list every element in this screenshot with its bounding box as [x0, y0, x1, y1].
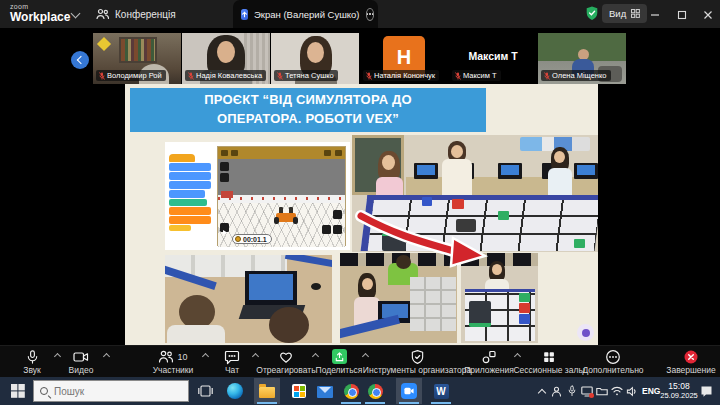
red-arrow-annotation [353, 202, 493, 272]
vex-robot [469, 301, 491, 327]
tab-conference[interactable]: Конференція [96, 8, 176, 20]
toolbar-label: Видео [69, 365, 94, 375]
play-button-icon [220, 223, 229, 232]
laptop [245, 271, 297, 305]
language-code: ENG [642, 386, 660, 396]
taskbar-edge[interactable] [222, 378, 248, 404]
chevron-up-icon [537, 388, 545, 396]
field-wall [218, 195, 345, 203]
tab-screen-share[interactable]: Экран (Валерий Сушко) [233, 0, 378, 28]
shared-screen-slide: ПРОЄКТ “ВІД СИМУЛЯТОРА ДО ОПЕРАТОРА. РОБ… [125, 84, 598, 345]
taskbar-clock[interactable]: 15:08 25.09.2025 [660, 382, 698, 400]
taskbar-file-explorer[interactable] [254, 378, 280, 404]
parts-boxes [410, 277, 456, 331]
apps-icon [481, 349, 497, 365]
microsoft-store-icon [292, 384, 306, 398]
grid-view-icon [631, 9, 640, 18]
slide-title-line1: ПРОЄКТ “ВІД СИМУЛЯТОРА ДО [130, 91, 486, 110]
task-view-button[interactable] [192, 378, 218, 404]
minimize-button[interactable] [648, 8, 661, 21]
participant-name-tag: Максим Т [452, 70, 501, 81]
participant-tile-volodymyr[interactable]: Володимир Рой [93, 33, 181, 84]
floating-reaction-widget[interactable] [577, 324, 594, 341]
wifi-icon [611, 386, 623, 396]
breakout-rooms-icon [542, 350, 556, 364]
tray-microphone[interactable] [564, 377, 579, 405]
muted-mic-icon [455, 72, 461, 80]
folder-icon [596, 386, 608, 396]
microphone-icon [25, 349, 40, 365]
toolbar-audio[interactable]: Звук [8, 348, 56, 377]
tray-volume[interactable] [624, 377, 639, 405]
person-figure [179, 295, 215, 329]
taskbar-zoom[interactable] [396, 378, 422, 404]
search-input[interactable] [54, 386, 164, 397]
mail-icon [317, 386, 333, 398]
toolbar-label: Инструменты организатора [363, 365, 471, 375]
computer-mouse [311, 283, 321, 290]
toolbar-chat[interactable]: Чат [210, 348, 254, 377]
participant-name-tag: Володимир Рой [96, 70, 166, 81]
participant-strip: Володимир Рой Надія Ковалевська Тетяна С… [93, 33, 626, 84]
person-icon [551, 386, 562, 397]
toolbar-end-meeting[interactable]: Завершение [660, 348, 720, 377]
participant-tile-nataliia[interactable]: Н Наталія Конончук [360, 33, 448, 84]
scroll-left-button[interactable] [71, 51, 89, 69]
file-explorer-icon [259, 387, 275, 398]
security-shield-icon[interactable] [586, 6, 598, 21]
chevron-left-icon [77, 56, 85, 64]
language-indicator[interactable]: ENG [642, 377, 660, 405]
taskbar-word[interactable]: W [428, 378, 454, 404]
chevron-up-icon[interactable] [202, 353, 209, 360]
simulated-robot [274, 207, 298, 224]
zoom-meeting-window: zoom Workplace Конференція Экран (Валери… [0, 0, 720, 405]
chevron-up-icon[interactable] [103, 353, 110, 360]
muted-mic-icon [277, 72, 283, 80]
toolbar-breakout-rooms[interactable]: Сессионные залы [519, 348, 579, 377]
share-screen-icon [332, 349, 347, 364]
taskbar-chrome-1[interactable] [338, 378, 364, 404]
participant-tile-maksym[interactable]: Максим Т Максим Т [449, 33, 537, 84]
participants-count: 10 [177, 352, 187, 362]
maximize-button[interactable] [675, 8, 688, 21]
close-button[interactable] [701, 8, 714, 21]
tab-options-icon[interactable] [366, 8, 375, 21]
shield-icon [410, 349, 425, 365]
participant-tile-olena[interactable]: Олена Міщенко [538, 33, 626, 84]
toolbar-label: Звук [23, 365, 40, 375]
end-meeting-icon [683, 349, 699, 365]
toolbar-apps[interactable]: Приложения [462, 348, 516, 377]
toolbar-react[interactable]: Отреагировать [258, 348, 314, 377]
participant-tile-tetiana[interactable]: Тетяна Сушко [271, 33, 359, 84]
toolbar-more[interactable]: Дополнительно [582, 348, 644, 377]
participant-tile-nadiia[interactable]: Надія Ковалевська [182, 33, 270, 84]
menu-icon [220, 162, 229, 171]
clock-icon [235, 236, 241, 242]
timer-value: 00:01.1 [243, 236, 267, 243]
participant-name-tag: Наталія Конончук [363, 70, 439, 81]
tray-folder[interactable] [594, 377, 609, 405]
chevron-down-icon[interactable] [71, 9, 81, 19]
taskbar-search[interactable] [33, 380, 189, 402]
taskbar-chrome-2[interactable] [362, 378, 388, 404]
taskbar-mail[interactable] [312, 378, 338, 404]
screen-tab-label: Экран (Валерий Сушко) [254, 9, 360, 20]
tray-screen-share[interactable] [579, 377, 594, 405]
toolbar-label: Отреагировать [256, 365, 315, 375]
taskbar-store[interactable] [286, 378, 312, 404]
participant-name: Володимир Рой [107, 71, 162, 80]
toolbar-video[interactable]: Видео [57, 348, 105, 377]
view-button[interactable]: Вид [602, 4, 647, 23]
start-button[interactable] [5, 378, 31, 404]
tray-expand-button[interactable] [534, 377, 549, 405]
camera-control-icon [322, 225, 331, 234]
conference-tab-label: Конференція [115, 9, 176, 20]
notification-center-button[interactable]: 2 [700, 384, 720, 402]
toolbar-label: Завершение [666, 365, 715, 375]
muted-mic-icon [99, 72, 105, 80]
simulator-toolbar [218, 147, 345, 159]
screen-share-icon [241, 9, 248, 20]
toolbar-participants[interactable]: 10 Участники [142, 348, 204, 377]
tray-network[interactable] [609, 377, 624, 405]
tray-app-icon[interactable] [549, 377, 564, 405]
